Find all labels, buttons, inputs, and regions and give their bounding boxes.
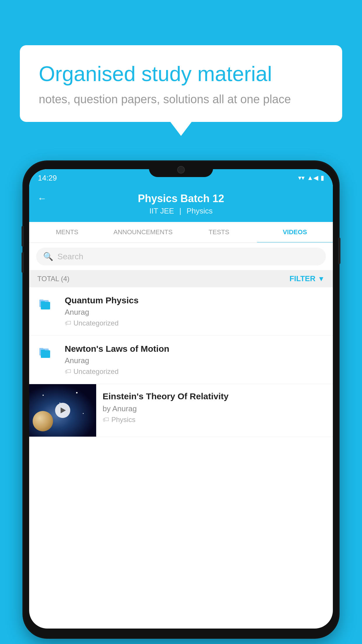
tab-tests[interactable]: TESTS: [181, 222, 257, 242]
battery-icon: ▮: [321, 174, 324, 182]
speech-bubble: Organised study material notes, question…: [20, 45, 342, 122]
item-author-quantum: Anurag: [65, 308, 325, 317]
svg-rect-5: [39, 348, 43, 350]
filter-icon: ▼: [318, 275, 325, 283]
filter-button[interactable]: FILTER ▼: [289, 274, 325, 283]
list-item[interactable]: Quantum Physics Anurag 🏷 Uncategorized: [29, 287, 333, 336]
tag-icon-einstein: 🏷: [103, 416, 109, 424]
status-icons: ▾▾ ▲◀ ▮: [298, 174, 324, 182]
play-triangle-icon: [61, 407, 66, 413]
play-button-einstein[interactable]: [55, 403, 70, 418]
tag-label-newton: Uncategorized: [73, 368, 119, 376]
star-4: [83, 413, 84, 414]
item-tag-newton: 🏷 Uncategorized: [65, 368, 325, 376]
header-tag-physics: Physics: [187, 206, 213, 216]
search-input-wrapper[interactable]: 🔍 Search: [36, 248, 326, 265]
tab-tests-label: TESTS: [209, 228, 229, 236]
total-count: TOTAL (4): [37, 275, 69, 283]
phone-frame: 14:29 ▾▾ ▲◀ ▮ ← Physics Batch 12 IIT JEE…: [24, 162, 338, 637]
status-time: 14:29: [38, 174, 57, 183]
power-button: [338, 238, 340, 264]
search-input[interactable]: Search: [57, 252, 83, 261]
tab-announcements[interactable]: ANNOUNCEMENTS: [105, 222, 181, 242]
folder-icon-newton: [37, 344, 57, 364]
header-tags: IIT JEE | Physics: [149, 206, 212, 216]
header-tag-iitjee: IIT JEE: [149, 206, 174, 216]
tab-videos[interactable]: VIDEOS: [257, 222, 333, 242]
bubble-title: Organised study material: [39, 61, 323, 86]
phone-screen: 14:29 ▾▾ ▲◀ ▮ ← Physics Batch 12 IIT JEE…: [29, 169, 333, 629]
search-bar: 🔍 Search: [29, 243, 333, 270]
app-header: ← Physics Batch 12 IIT JEE | Physics: [29, 187, 333, 222]
thumb-container-einstein: [29, 384, 96, 437]
item-title-einstein: Einstein's Theory Of Relativity: [103, 391, 326, 402]
camera: [177, 166, 185, 174]
svg-rect-1: [39, 300, 43, 301]
filter-label: FILTER: [289, 274, 315, 283]
svg-rect-3: [41, 301, 45, 303]
bubble-subtitle: notes, question papers, solutions all at…: [39, 93, 323, 106]
vol-up-button: [22, 226, 24, 246]
tab-ments-label: MENTS: [56, 228, 78, 236]
item-info-quantum: Quantum Physics Anurag 🏷 Uncategorized: [65, 295, 325, 327]
filter-bar: TOTAL (4) FILTER ▼: [29, 270, 333, 287]
signal-icon: ▲◀: [307, 174, 318, 182]
item-tag-quantum: 🏷 Uncategorized: [65, 319, 325, 327]
tag-label-einstein: Physics: [111, 416, 136, 424]
wifi-icon: ▾▾: [298, 174, 305, 182]
folder-icon-quantum: [37, 295, 57, 315]
back-button[interactable]: ←: [37, 193, 47, 204]
header-tag-separator: |: [179, 206, 181, 216]
header-title: Physics Batch 12: [138, 192, 224, 205]
list-item-einstein[interactable]: Einstein's Theory Of Relativity by Anura…: [29, 384, 333, 437]
thumb-info-einstein: Einstein's Theory Of Relativity by Anura…: [96, 384, 333, 430]
item-author-newton: Anurag: [65, 356, 325, 365]
tab-videos-label: VIDEOS: [283, 228, 307, 236]
item-title-quantum: Quantum Physics: [65, 295, 325, 305]
search-icon: 🔍: [43, 252, 53, 261]
tag-label-quantum: Uncategorized: [73, 319, 119, 327]
tag-icon-newton: 🏷: [65, 368, 71, 375]
planet: [33, 411, 53, 431]
tag-icon-quantum: 🏷: [65, 319, 71, 327]
tab-announcements-label: ANNOUNCEMENTS: [113, 228, 173, 236]
tabs-bar: MENTS ANNOUNCEMENTS TESTS VIDEOS: [29, 222, 333, 243]
content-list: Quantum Physics Anurag 🏷 Uncategorized: [29, 287, 333, 437]
speech-bubble-container: Organised study material notes, question…: [20, 45, 342, 122]
tab-ments[interactable]: MENTS: [29, 222, 105, 242]
star-1: [43, 395, 44, 396]
svg-rect-7: [41, 350, 45, 351]
phone-notch: [149, 162, 213, 177]
star-3: [76, 392, 78, 393]
item-author-einstein: by Anurag: [103, 404, 326, 413]
item-info-newton: Newton's Laws of Motion Anurag 🏷 Uncateg…: [65, 344, 325, 376]
item-tag-einstein: 🏷 Physics: [103, 416, 326, 424]
list-item[interactable]: Newton's Laws of Motion Anurag 🏷 Uncateg…: [29, 336, 333, 384]
item-title-newton: Newton's Laws of Motion: [65, 344, 325, 354]
vol-down-button: [22, 252, 24, 273]
